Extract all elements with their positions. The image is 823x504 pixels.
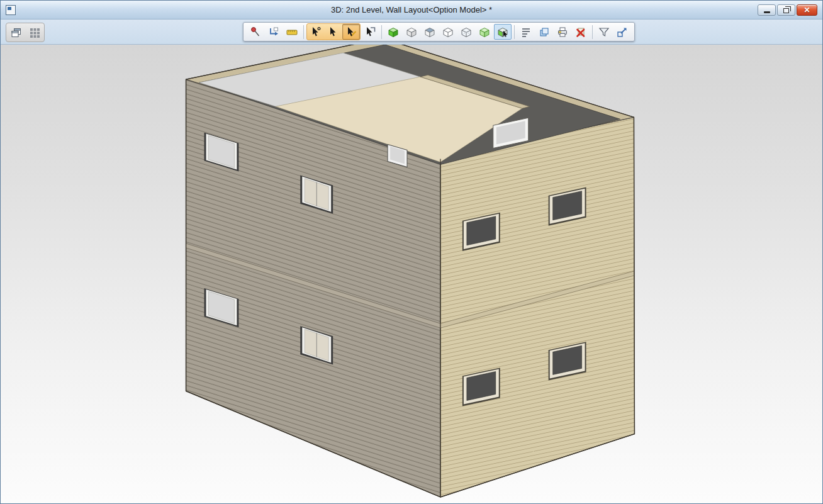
cube-solid-green-button[interactable]: [384, 24, 402, 40]
layers-icon: [538, 26, 551, 38]
pin-button[interactable]: [247, 24, 264, 40]
print-icon: [556, 26, 569, 38]
grid-view-icon: [28, 26, 41, 39]
building-model: [186, 45, 635, 497]
cube-hidden-line-icon: [460, 26, 473, 38]
cube-shaded-top-button[interactable]: [421, 24, 439, 40]
delete-icon: [574, 26, 587, 38]
toolbar-strip: [1, 20, 822, 45]
close-icon: ✕: [803, 6, 810, 14]
window-title: 3D: 2nd Level, Wall Layout<Option Model>…: [1, 5, 822, 14]
cube-solid-green-icon: [387, 26, 400, 38]
cube-white-button[interactable]: [403, 24, 420, 40]
tile-windows-icon: [10, 26, 23, 39]
export-view-button[interactable]: [613, 24, 631, 40]
select-slope-button[interactable]: [342, 24, 360, 40]
cube-glass-icon: [478, 26, 491, 38]
restore-icon: [783, 8, 789, 13]
minimize-button[interactable]: [758, 4, 776, 16]
cube-wireframe-button[interactable]: [439, 24, 457, 40]
toolbar-separator: [381, 25, 382, 39]
window-layout-toolbar: [6, 23, 45, 42]
minimize-icon: [764, 11, 770, 13]
toolbar-separator: [592, 25, 593, 39]
select-frame-icon: [364, 26, 376, 38]
annotations-list-icon: [520, 26, 532, 38]
grid-view-button[interactable]: [26, 25, 43, 40]
cube-glass-button[interactable]: [476, 24, 493, 40]
toolbar-separator: [303, 25, 304, 39]
delete-button[interactable]: [572, 24, 590, 40]
app-window: 3D: 2nd Level, Wall Layout<Option Model>…: [0, 0, 823, 504]
export-view-icon: [616, 26, 629, 38]
cube-hidden-line-button[interactable]: [457, 24, 475, 40]
select-icon: [327, 26, 340, 38]
close-button[interactable]: ✕: [797, 4, 817, 16]
right-wall-siding-lines: [440, 117, 635, 497]
select-angle-button[interactable]: [307, 24, 325, 40]
viewport-3d[interactable]: [1, 45, 822, 503]
print-button[interactable]: [554, 24, 571, 40]
filter-icon: [598, 26, 610, 38]
layers-button[interactable]: [535, 24, 553, 40]
select-angle-icon: [310, 26, 322, 38]
cube-wireframe-icon: [442, 26, 454, 38]
annotations-list-button[interactable]: [517, 24, 535, 40]
reference-move-icon: [267, 26, 280, 38]
tape-measure-button[interactable]: [283, 24, 301, 40]
cube-select-icon: [496, 26, 509, 38]
window-system-icon[interactable]: [6, 5, 16, 15]
view-toolbar: [243, 22, 635, 42]
title-bar: 3D: 2nd Level, Wall Layout<Option Model>…: [1, 1, 822, 20]
pin-icon: [249, 26, 262, 38]
window-controls: ✕: [758, 4, 817, 16]
select-slope-icon: [345, 26, 357, 38]
reference-move-button[interactable]: [265, 24, 283, 40]
tile-windows-button[interactable]: [8, 25, 25, 40]
cube-white-icon: [405, 26, 418, 38]
cube-shaded-top-icon: [423, 26, 436, 38]
tape-measure-icon: [286, 26, 298, 38]
restore-button[interactable]: [777, 4, 795, 16]
select-tools-group: [306, 23, 361, 40]
select-button[interactable]: [325, 24, 342, 40]
filter-button[interactable]: [595, 24, 613, 40]
scene-svg: [1, 45, 822, 503]
select-frame-button[interactable]: [361, 24, 379, 40]
toolbar-separator: [514, 25, 515, 39]
cube-select-button[interactable]: [494, 24, 512, 40]
